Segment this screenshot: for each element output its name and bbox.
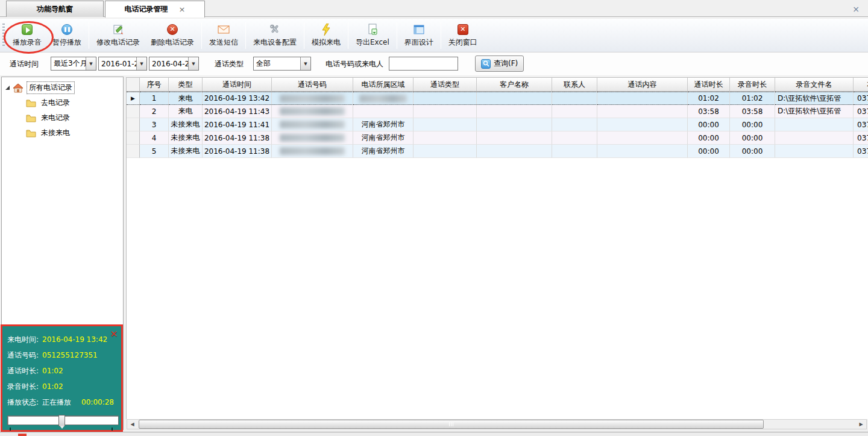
slider-ticks <box>7 428 116 432</box>
column-header-content[interactable]: 通话内容 <box>597 78 688 92</box>
export-excel-button[interactable]: 导出Excel <box>350 21 395 51</box>
filter-bar: 通话时间 最近3个月 ▼ 2016-01-22 ▼ 2016-04-22 ▼ 通… <box>0 52 868 75</box>
tree-node-missed-calls[interactable]: 未接来电 <box>2 125 123 141</box>
folder-icon <box>26 114 36 122</box>
date-from-dropdown[interactable]: 2016-01-22 ▼ <box>98 57 147 71</box>
tab-close-icon[interactable]: × <box>179 5 186 14</box>
toolbar-separator <box>441 22 441 49</box>
tab-label: 电话记录管理 <box>125 4 168 14</box>
date-to-dropdown[interactable]: 2016-04-22 ▼ <box>149 57 199 71</box>
table-row[interactable]: ▶ 1 来电 2016-04-19 13:42 01:02 01:02 D:\亚… <box>127 92 868 105</box>
elapsed-time: 00:00:28 <box>81 398 114 406</box>
column-header-call-time[interactable]: 通话时间 <box>203 78 272 92</box>
column-header-phone-number[interactable]: 通话号码 <box>272 78 353 92</box>
phone-search-input[interactable] <box>389 57 458 71</box>
column-header-rec-file[interactable]: 录音文件名 <box>775 78 854 92</box>
chevron-down-icon[interactable]: ▼ <box>188 57 198 70</box>
toolbar-separator <box>397 22 397 49</box>
chevron-down-icon[interactable]: ▼ <box>136 57 146 70</box>
chevron-down-icon[interactable]: ▼ <box>86 57 96 70</box>
column-header-rec-duration[interactable]: 录音时长 <box>730 78 775 92</box>
close-window-button[interactable]: ✕ 关闭窗口 <box>443 21 483 51</box>
expand-triangle-icon[interactable] <box>5 86 10 90</box>
delete-icon: ✕ <box>166 24 178 36</box>
simulate-incoming-call-button[interactable]: 模拟来电 <box>306 21 346 51</box>
column-header-type[interactable]: 类型 <box>169 78 203 92</box>
column-header-local[interactable]: 本机 <box>854 78 868 92</box>
sms-icon <box>218 24 230 36</box>
tree-node-all-records[interactable]: 所有电话记录 <box>2 80 123 95</box>
call-record-table: 序号 类型 通话时间 通话号码 电话所属区域 通话类型 客户名称 联系人 通话内… <box>126 77 868 419</box>
tree-node-label: 未接来电 <box>39 127 72 139</box>
toolbar-separator <box>201 22 202 49</box>
phone-or-caller-label: 电话号码或来电人 <box>326 59 383 69</box>
tab-function-navigation[interactable]: 功能导航窗 <box>6 1 104 17</box>
call-type-dropdown[interactable]: 全部 ▼ <box>253 57 311 71</box>
device-config-icon <box>269 24 281 36</box>
home-icon <box>13 83 24 93</box>
toolbar-separator <box>89 22 89 49</box>
table-row[interactable]: 2 来电 2016-04-19 11:43 03:58 03:58 D:\亚拓软… <box>127 105 868 118</box>
column-header-region[interactable]: 电话所属区域 <box>353 78 414 92</box>
app-window: 功能导航窗 电话记录管理 × × 播放录音 暂停播放 <box>0 0 868 436</box>
scrollbar-track[interactable] <box>137 420 856 429</box>
scroll-left-icon[interactable]: ◀ <box>127 420 137 429</box>
toolbar-separator <box>245 22 246 49</box>
ui-design-icon <box>413 24 425 36</box>
slider-thumb[interactable] <box>58 415 65 426</box>
annotation-red-ellipse <box>4 21 54 54</box>
player-status: 播放状态: 正在播放 00:00:28 <box>7 394 116 410</box>
redacted-phone-number <box>280 147 344 155</box>
toolbar: 播放录音 暂停播放 修改电话记录 ✕ 删除电话记录 <box>0 19 868 52</box>
edit-icon <box>112 24 124 36</box>
tree-node-outgoing-records[interactable]: 去电记录 <box>2 95 123 110</box>
tab-strip: 功能导航窗 电话记录管理 × × <box>0 0 868 17</box>
export-excel-icon <box>366 24 379 36</box>
close-window-icon: ✕ <box>457 24 469 36</box>
column-header-call-type[interactable]: 通话类型 <box>414 78 477 92</box>
time-range-dropdown[interactable]: 最近3个月 ▼ <box>51 57 96 71</box>
folder-icon <box>26 99 36 107</box>
redacted-phone-number <box>280 134 344 142</box>
player-close-icon[interactable]: ✕ <box>110 329 118 340</box>
folder-icon <box>26 129 36 137</box>
query-button[interactable]: 查询(F) <box>475 55 524 72</box>
edit-record-button[interactable]: 修改电话记录 <box>91 21 145 51</box>
pause-icon <box>61 24 73 36</box>
tabstrip-close-icon[interactable]: × <box>852 5 860 13</box>
call-time-label: 通话时间 <box>10 59 39 69</box>
redacted-phone-number <box>280 107 344 115</box>
ui-design-button[interactable]: 界面设计 <box>399 21 439 51</box>
column-header-contact[interactable]: 联系人 <box>552 78 597 92</box>
scrollbar-thumb[interactable] <box>139 420 764 429</box>
table-row[interactable]: 4 未接来电 2016-04-19 11:38 河南省郑州市 00:00 00:… <box>127 131 868 145</box>
bottom-strip <box>0 432 868 436</box>
column-header-customer[interactable]: 客户名称 <box>477 78 552 92</box>
playback-panel: ✕ 来电时间:2016-04-19 13:42 通话号码:05125512735… <box>1 324 123 432</box>
incoming-device-config-button[interactable]: 来电设备配置 <box>248 21 302 51</box>
column-header-selector[interactable] <box>127 78 140 92</box>
tree-node-label: 所有电话记录 <box>27 81 75 94</box>
player-field: 通话时长:01:02 <box>7 363 116 379</box>
toolbar-separator <box>348 22 348 49</box>
playback-progress-slider[interactable] <box>7 415 119 425</box>
table-horizontal-scrollbar[interactable]: ◀ ▶ <box>127 419 867 429</box>
scroll-right-icon[interactable]: ▶ <box>856 420 866 429</box>
table-header-row: 序号 类型 通话时间 通话号码 电话所属区域 通话类型 客户名称 联系人 通话内… <box>127 78 868 92</box>
current-row-marker-icon: ▶ <box>131 95 135 101</box>
delete-record-button[interactable]: ✕ 删除电话记录 <box>145 21 200 51</box>
search-icon <box>481 59 491 69</box>
redacted-region <box>359 95 407 103</box>
table-row[interactable]: 5 未接来电 2016-04-19 11:38 河南省郑州市 00:00 00:… <box>127 145 868 158</box>
send-sms-button[interactable]: 发送短信 <box>204 21 244 51</box>
call-type-label: 通话类型 <box>215 59 244 69</box>
tab-call-record-management[interactable]: 电话记录管理 × <box>105 1 205 17</box>
column-header-no[interactable]: 序号 <box>140 78 169 92</box>
toolbar-separator <box>304 22 304 49</box>
tree-node-label: 来电记录 <box>39 112 72 124</box>
table-row[interactable]: 3 未接来电 2016-04-19 11:41 河南省郑州市 00:00 00:… <box>127 118 868 131</box>
chevron-down-icon[interactable]: ▼ <box>300 57 310 70</box>
redacted-phone-number <box>280 95 344 103</box>
tree-node-incoming-records[interactable]: 来电记录 <box>2 110 123 125</box>
column-header-duration[interactable]: 通话时长 <box>688 78 730 92</box>
